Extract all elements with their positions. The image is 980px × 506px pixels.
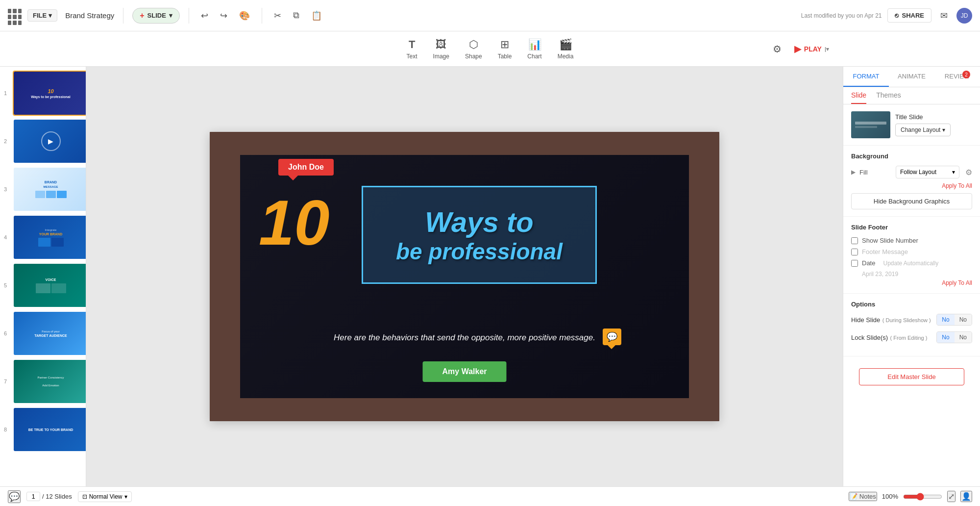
tab-themes[interactable]: Themes: [876, 91, 901, 104]
top-bar: FILE ▾ Brand Strategy + SLIDE ▾ ↩ ↪ 🎨 ✂ …: [0, 0, 980, 31]
tab-slide[interactable]: Slide: [851, 91, 866, 104]
zoom-slider[interactable]: [903, 493, 942, 501]
slide-label: SLIDE: [147, 12, 166, 19]
slide-canvas[interactable]: John Doe 10 Ways to be professional Here…: [210, 132, 719, 421]
format-tabs-header: FORMAT ANIMATE REVIEW 2: [843, 67, 980, 87]
undo-button[interactable]: ↩: [198, 8, 211, 23]
top-right-area: Last modified by you on Apr 21 ⎋ SHARE ✉…: [801, 8, 972, 24]
table-icon: ⊞: [500, 38, 509, 51]
insert-text-item[interactable]: T Text: [407, 38, 417, 60]
slide-number-1: 1: [4, 90, 7, 96]
presenter-view-button[interactable]: 👤: [960, 491, 972, 502]
fit-to-screen-button[interactable]: ⤢: [947, 491, 956, 502]
hide-slide-toggle-no-option[interactable]: No: [937, 314, 954, 325]
add-slide-button[interactable]: + SLIDE ▾: [132, 8, 180, 24]
tab-format[interactable]: FORMAT: [843, 67, 889, 87]
show-slide-number-checkbox[interactable]: [851, 237, 858, 244]
footer-message-checkbox[interactable]: [851, 249, 858, 255]
share-icon: ⎋: [895, 12, 899, 19]
insert-chart-item[interactable]: 📊 Chart: [527, 38, 541, 60]
slide-number-8: 8: [4, 427, 7, 432]
slide-themes-tabs: Slide Themes: [843, 87, 980, 104]
lock-slide-row: Lock Slide(s) ( From Editing ) No No: [851, 331, 972, 343]
date-value-text: April 23, 2019: [862, 271, 972, 278]
notes-icon: 📝: [850, 493, 858, 500]
view-mode-button[interactable]: ⊡ Normal View ▾: [78, 491, 132, 502]
cut-button[interactable]: ✂: [271, 8, 284, 23]
fill-settings-icon[interactable]: ⚙: [965, 168, 972, 177]
paste-button[interactable]: 📋: [308, 8, 325, 23]
hide-slide-toggle-yes-option[interactable]: No: [955, 314, 972, 325]
footer-apply-all-link[interactable]: Apply To All: [851, 279, 972, 286]
edit-master-button[interactable]: Edit Master Slide: [859, 368, 964, 385]
slide-thumb-1-container: 1 10 Ways to be professional: [13, 71, 82, 116]
insert-shape-item[interactable]: ⬡ Shape: [465, 38, 482, 60]
slide-thumb-8[interactable]: BE TRUE TO YOUR BRAND: [13, 407, 86, 452]
change-layout-button[interactable]: Change Layout ▾: [895, 124, 951, 136]
fill-value: Follow Layout: [900, 169, 936, 176]
insert-image-label: Image: [433, 53, 449, 60]
fill-dropdown[interactable]: Follow Layout ▾: [896, 166, 959, 178]
date-row: Date Update Automatically: [851, 259, 972, 267]
lock-slide-toggle-yes-option[interactable]: No: [955, 332, 972, 343]
slide-thumb-6[interactable]: Focus of your TARGET AUDIENCE: [13, 311, 86, 356]
lock-slide-toggle[interactable]: No No: [936, 331, 972, 343]
ways-line2: be professional: [396, 238, 563, 265]
insert-table-item[interactable]: ⊞ Table: [498, 38, 512, 60]
notes-button[interactable]: 📝 Notes: [849, 492, 877, 501]
lock-slide-label: Lock Slide(s): [851, 334, 888, 341]
file-label: FILE: [33, 12, 47, 19]
slide-thumb-6-container: 6 Focus of your TARGET AUDIENCE: [13, 311, 82, 356]
chart-icon: 📊: [528, 38, 541, 51]
notification-button[interactable]: ✉: [937, 8, 951, 23]
date-checkbox[interactable]: [851, 260, 858, 267]
redo-button[interactable]: ↪: [217, 8, 230, 23]
shape-icon: ⬡: [469, 38, 478, 51]
slide-thumb-8-container: 8 BE TRUE TO YOUR BRAND: [13, 407, 82, 452]
chevron-down-icon3: ▾: [942, 126, 945, 133]
settings-button[interactable]: ⚙: [770, 41, 784, 57]
slide-thumb-4[interactable]: Integrate YOUR BRAND: [13, 215, 86, 260]
view-label: Normal View: [89, 493, 122, 500]
document-title[interactable]: Brand Strategy: [65, 11, 114, 20]
date-label: Date: [862, 259, 875, 267]
chat-button[interactable]: 💬: [8, 490, 21, 503]
lock-slide-toggle-no-option[interactable]: No: [937, 332, 954, 343]
footer-message-label: Footer Message: [862, 248, 908, 255]
slide-thumb-7[interactable]: Partner Consistency Add Emotion: [13, 359, 86, 404]
edit-master-area: Edit Master Slide: [843, 356, 980, 397]
fill-chevron-icon[interactable]: ▶: [851, 169, 856, 176]
slide-number-value: 10: [259, 187, 330, 258]
slide-thumb-3[interactable]: BRAND MESSAGE: [13, 167, 86, 212]
hide-background-button[interactable]: Hide Background Graphics: [851, 193, 972, 209]
copy-button[interactable]: ⧉: [290, 8, 302, 23]
tab-animate[interactable]: ANIMATE: [889, 67, 934, 87]
paint-format-button[interactable]: 🎨: [236, 8, 253, 23]
plus-icon: +: [140, 11, 144, 20]
ways-to-box[interactable]: Ways to be professional: [362, 186, 597, 284]
chat-bubble-icon: 💬: [603, 329, 621, 345]
current-slide-input[interactable]: [26, 492, 40, 501]
play-button[interactable]: ▶ PLAY |▾: [788, 41, 835, 57]
insert-media-item[interactable]: 🎬 Media: [558, 38, 574, 60]
share-button[interactable]: ⎋ SHARE: [887, 8, 931, 23]
slide-thumb-2[interactable]: ▶: [13, 119, 86, 164]
user-avatar[interactable]: JD: [956, 8, 972, 24]
slide-thumb-5[interactable]: VOICE: [13, 263, 86, 308]
insert-image-item[interactable]: 🖼 Image: [433, 38, 449, 60]
insert-chart-label: Chart: [527, 53, 541, 60]
text-icon: T: [409, 38, 415, 51]
hide-slide-toggle[interactable]: No No: [936, 314, 972, 326]
app-grid-icon[interactable]: [8, 9, 22, 23]
presenter-button[interactable]: Amy Walker: [423, 361, 507, 382]
apply-all-link[interactable]: Apply To All: [851, 182, 972, 189]
slide-thumb-1[interactable]: 10 Ways to be professional: [13, 71, 86, 116]
insert-text-label: Text: [407, 53, 417, 60]
layout-row: Title Slide Change Layout ▾: [851, 111, 972, 138]
play-label: PLAY: [804, 45, 822, 53]
file-menu-button[interactable]: FILE ▾: [27, 9, 57, 22]
slide-thumb-2-container: 2 ▶: [13, 119, 82, 164]
media-icon: 🎬: [559, 38, 572, 51]
tab-review[interactable]: REVIEW 2: [934, 67, 980, 87]
layout-info: Title Slide Change Layout ▾: [895, 113, 951, 136]
